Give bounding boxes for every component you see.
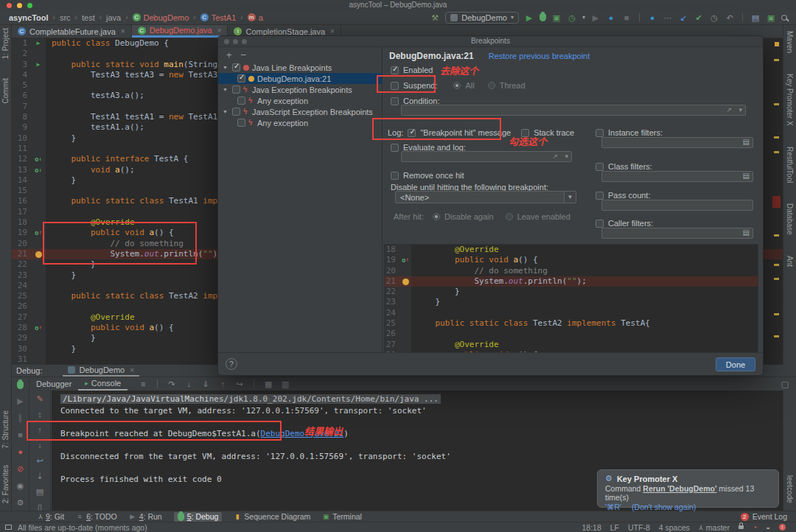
git-branch-widget[interactable]: Y master <box>699 523 730 532</box>
marker-warning[interactable] <box>774 136 779 139</box>
marker-warning[interactable] <box>774 264 779 266</box>
instance-filters-field[interactable]: ▤ <box>601 137 753 148</box>
code-line[interactable]: 24 <box>385 308 758 318</box>
background-tasks-icon[interactable]: ◔ <box>753 523 757 531</box>
disable-again-radio[interactable] <box>433 213 440 220</box>
status-item[interactable]: LF <box>610 523 619 532</box>
error-indicator-icon[interactable]: ! <box>779 524 786 531</box>
breakpoint-tree-item[interactable]: ▼ϟJavaScript Exception Breakpoints <box>218 106 382 117</box>
coverage-icon[interactable]: ▣ <box>551 13 562 23</box>
tree-checkbox[interactable] <box>232 108 240 116</box>
condition-field[interactable]: ↗ ▾ <box>401 105 746 116</box>
breakpoint-tree-item[interactable]: ▼ϟJava Exception Breakpoints <box>218 84 382 95</box>
soft-wrap-icon[interactable]: ↩ <box>35 455 45 466</box>
restore-previous-breakpoint-link[interactable]: Restore previous breakpoint <box>489 52 590 60</box>
toolwindow-button-run[interactable]: ▶4: Run <box>129 512 162 522</box>
stop-icon[interactable]: ■ <box>621 13 632 23</box>
readonly-lock-icon[interactable] <box>739 525 744 529</box>
stop-square-icon[interactable]: ■ <box>15 430 26 440</box>
code-line[interactable]: 23 } <box>385 297 758 307</box>
code-line[interactable]: 26 <box>385 329 758 339</box>
class-filters-field[interactable]: ▤ <box>601 171 753 182</box>
sort-icon[interactable]: ↕ <box>35 409 45 419</box>
toolwindow-button-debug[interactable]: 5: Debug <box>174 512 223 522</box>
debug-bug-icon[interactable] <box>17 381 24 389</box>
tool-stripe-ant[interactable]: Ant <box>786 256 794 267</box>
tree-checkbox[interactable] <box>237 74 245 83</box>
thread-dump-icon[interactable]: ◉ <box>15 480 26 491</box>
debug-session-tab[interactable]: DebugDemo × <box>63 365 139 377</box>
console-link[interactable]: DebugDemo.java:21 <box>261 429 344 438</box>
close-window-icon[interactable] <box>7 3 12 8</box>
add-breakpoint-button[interactable]: + <box>226 49 232 60</box>
breakpoint-tree-item[interactable]: ▼Java Line Breakpoints <box>218 62 382 73</box>
profiler-icon[interactable]: ◷ <box>567 13 577 23</box>
code-line[interactable]: 25 public static class TestA2 implements… <box>385 318 758 329</box>
pause-icon[interactable]: ∥ <box>15 413 26 423</box>
tree-checkbox[interactable] <box>232 85 240 94</box>
condition-checkbox[interactable] <box>391 97 399 105</box>
breadcrumb-item[interactable]: java <box>106 13 121 22</box>
enabled-checkbox[interactable] <box>391 66 399 74</box>
tool-stripe-restfultool[interactable]: RestfulTool <box>786 147 794 183</box>
caller-filters-field[interactable]: ▤ <box>601 228 753 239</box>
dialog-titlebar[interactable]: Breakpoints <box>218 36 763 47</box>
down-icon[interactable]: ↓ <box>35 440 45 450</box>
run-icon[interactable]: ▶ <box>524 13 534 23</box>
pass-count-checkbox[interactable] <box>596 192 604 200</box>
toolwindow-button-todo[interactable]: ≡6: TODO <box>76 512 117 522</box>
breadcrumb-item[interactable]: src <box>60 13 71 22</box>
chevron-expanded-icon[interactable]: ▼ <box>223 109 229 114</box>
status-item[interactable]: 18:18 <box>582 523 601 532</box>
marker-warning[interactable] <box>774 151 779 153</box>
layout-settings-icon[interactable]: ▢ <box>780 379 790 389</box>
remove-once-checkbox[interactable] <box>391 172 399 180</box>
breakpoint-tree-item[interactable]: ϟAny exception <box>218 117 382 128</box>
commit-changes-icon[interactable]: ✔ <box>694 13 704 23</box>
breadcrumb-item[interactable]: ma <box>248 13 263 22</box>
tool-stripe-key-promoter-x[interactable]: Key Promoter X <box>786 74 794 126</box>
breadcrumb-item[interactable]: asyncTool <box>9 13 49 22</box>
run-icon[interactable]: ▶ <box>37 38 41 49</box>
chevron-down-icon[interactable]: ▾ <box>565 153 568 160</box>
more-icon[interactable]: ⋯ <box>663 13 673 23</box>
build-hammer-icon[interactable]: ⚒ <box>430 13 440 23</box>
tool-stripe-7-structure[interactable]: 7: Structure <box>1 410 10 449</box>
marker-warning[interactable] <box>774 103 779 105</box>
scroll-end-icon[interactable]: ⇣ <box>35 471 45 481</box>
debug-tab-debugger[interactable]: Debugger <box>29 377 78 391</box>
breadcrumb-item[interactable]: test <box>82 13 95 22</box>
marker-warning[interactable] <box>774 313 779 315</box>
editor-tab[interactable]: CCompletableFuture.java× <box>12 25 132 38</box>
project-structure-icon[interactable]: ▤ <box>750 13 761 23</box>
breakpoint-icon[interactable] <box>402 279 409 285</box>
marker-warning[interactable] <box>774 335 779 337</box>
terminal-icon[interactable]: ▣ <box>766 13 776 23</box>
dialog-minimize-icon[interactable] <box>233 39 238 44</box>
settings-gear-icon[interactable]: ⚙ <box>15 497 26 508</box>
dont-show-again-link[interactable]: (Don't show again) <box>632 503 696 511</box>
view-breakpoints-icon[interactable]: ● <box>15 447 26 457</box>
instance-filters-checkbox[interactable] <box>596 129 604 137</box>
key-promoter-notification[interactable]: ⚙ Key Promoter X Command Rerun 'DebugDem… <box>597 469 779 508</box>
suspend-thread-radio[interactable] <box>488 82 495 89</box>
dialog-zoom-icon[interactable] <box>242 39 247 44</box>
run-icon[interactable]: ▶ <box>37 60 41 70</box>
remove-breakpoint-button[interactable]: − <box>241 49 247 60</box>
tree-checkbox[interactable] <box>237 119 245 127</box>
toolwindow-button-sequence-diagram[interactable]: ▮Sequence Diagram <box>234 512 310 522</box>
breadcrumb-item[interactable]: CDebugDemo <box>133 13 189 22</box>
breakpoint-tree-item[interactable]: DebugDemo.java:21 <box>218 73 382 84</box>
run-config-selector[interactable]: DebugDemo▾ <box>445 12 519 24</box>
folder-icon[interactable]: ▤ <box>743 138 750 146</box>
close-icon[interactable]: × <box>217 27 222 35</box>
marker-warning[interactable] <box>774 59 779 61</box>
expand-field-icon[interactable]: ↗ <box>552 153 558 160</box>
close-icon[interactable]: × <box>121 27 125 35</box>
code-line[interactable]: 19o↑ public void a() { <box>385 255 758 265</box>
disable-until-combo[interactable]: <None> ▼ <box>395 191 576 203</box>
search-icon[interactable] <box>781 15 787 21</box>
breakpoint-icon[interactable] <box>35 251 42 258</box>
marker-warning[interactable] <box>774 278 779 280</box>
marker-warning[interactable] <box>774 234 779 237</box>
